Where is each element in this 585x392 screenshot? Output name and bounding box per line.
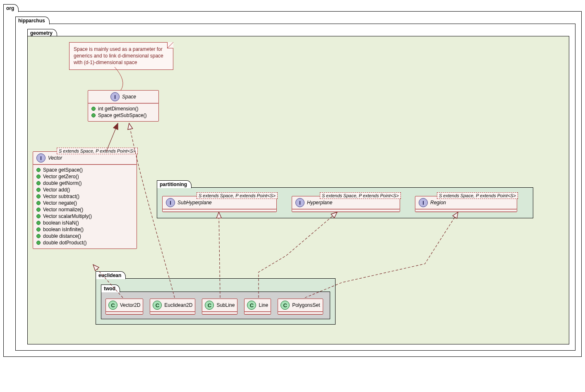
space-name: Space [122, 94, 136, 100]
method: Vector normalize() [36, 206, 133, 213]
method: Space getSubSpace() [91, 112, 155, 119]
package-org: org hipparchus geometry Space is mainly … [3, 3, 582, 357]
class-line: C Line [244, 299, 271, 315]
method: Vector add() [36, 186, 133, 193]
method: double dotProduct() [36, 239, 133, 246]
public-icon [36, 234, 41, 238]
vector-name: Vector [48, 155, 62, 161]
vector2d-name: Vector2D [120, 302, 140, 308]
note-corner-icon [167, 42, 173, 48]
public-icon [36, 194, 41, 198]
package-twod-tab: twod [101, 284, 120, 292]
polygonsset-name: PolygonsSet [292, 302, 320, 308]
subline-name: SubLine [216, 302, 235, 308]
class-icon: C [108, 301, 117, 310]
class-polygonsset: C PolygonsSet [278, 299, 323, 315]
class-icon: C [153, 301, 162, 310]
interface-icon: I [166, 198, 175, 207]
interface-vector: S extends Space, P extends Point<S> I Ve… [33, 151, 136, 249]
subhyperplane-name: SubHyperplane [177, 200, 212, 206]
interface-hyperplane: S extends Space, P extends Point<S> I Hy… [292, 196, 399, 212]
interface-icon: I [295, 198, 304, 207]
rel-vector-space [106, 123, 118, 151]
package-euclidean: euclidean twod [96, 270, 336, 325]
class-subline: C SubLine [202, 299, 237, 315]
line-name: Line [259, 302, 268, 308]
public-icon [36, 214, 41, 218]
method: Vector subtract() [36, 193, 133, 200]
class-euclidean2d: C Euclidean2D [150, 299, 195, 315]
template-params: S extends Space, P extends Point<S> [197, 192, 278, 199]
class-icon: C [281, 301, 290, 310]
note-space: Space is mainly used as a parameter for … [69, 42, 173, 70]
public-icon [36, 241, 41, 245]
public-icon [36, 227, 41, 232]
package-org-tab: org [3, 4, 19, 12]
interface-space: I Space int getDimension() Space getSubS… [88, 90, 158, 122]
class-vector2d: C Vector2D [105, 299, 143, 315]
interface-region: S extends Space, P extends Point<S> I Re… [415, 196, 516, 212]
euclidean2d-name: Euclidean2D [164, 302, 192, 308]
package-partitioning-tab: partitioning [157, 180, 192, 188]
template-params: S extends Space, P extends Point<S> [320, 192, 401, 199]
method: Space getSpace() [36, 167, 133, 173]
hyperplane-name: Hyperplane [307, 200, 332, 206]
interface-icon: I [36, 153, 46, 163]
interface-icon: I [419, 198, 428, 207]
interface-subhyperplane: S extends Space, P extends Point<S> I Su… [162, 196, 276, 212]
package-geometry: geometry Space is mainly used as a param… [27, 28, 569, 344]
public-icon [36, 208, 41, 212]
package-geometry-tab: geometry [27, 29, 57, 37]
public-icon [36, 168, 41, 172]
public-icon [36, 188, 41, 192]
template-params: S extends Space, P extends Point<S> [437, 192, 518, 199]
public-icon [36, 221, 41, 225]
interface-icon: I [110, 92, 120, 101]
package-hipparchus: hipparchus geometry Space is mainly used… [15, 16, 575, 351]
note-link [115, 67, 123, 90]
package-partitioning: partitioning S extends Space, P extends … [157, 179, 533, 218]
note-text: Space is mainly used as a parameter for … [74, 46, 163, 65]
method: double distance() [36, 233, 133, 239]
public-icon [36, 201, 41, 205]
method: double getNorm() [36, 180, 133, 186]
class-icon: C [205, 301, 214, 310]
method: boolean isInfinite() [36, 226, 133, 233]
method: boolean isNaN() [36, 220, 133, 226]
method: Vector scalarMultiply() [36, 213, 133, 220]
public-icon [36, 181, 41, 185]
template-params: S extends Space, P extends Point<S> [57, 148, 138, 154]
method: Vector getZero() [36, 173, 133, 180]
class-icon: C [247, 301, 256, 310]
method: int getDimension() [91, 105, 155, 112]
public-icon [91, 107, 96, 111]
public-icon [91, 113, 96, 117]
method: Vector negate() [36, 200, 133, 206]
region-name: Region [430, 200, 446, 206]
package-twod: twod C Vector2D [101, 284, 330, 319]
public-icon [36, 174, 41, 179]
package-euclidean-tab: euclidean [96, 271, 126, 279]
package-hipparchus-tab: hipparchus [15, 17, 50, 24]
